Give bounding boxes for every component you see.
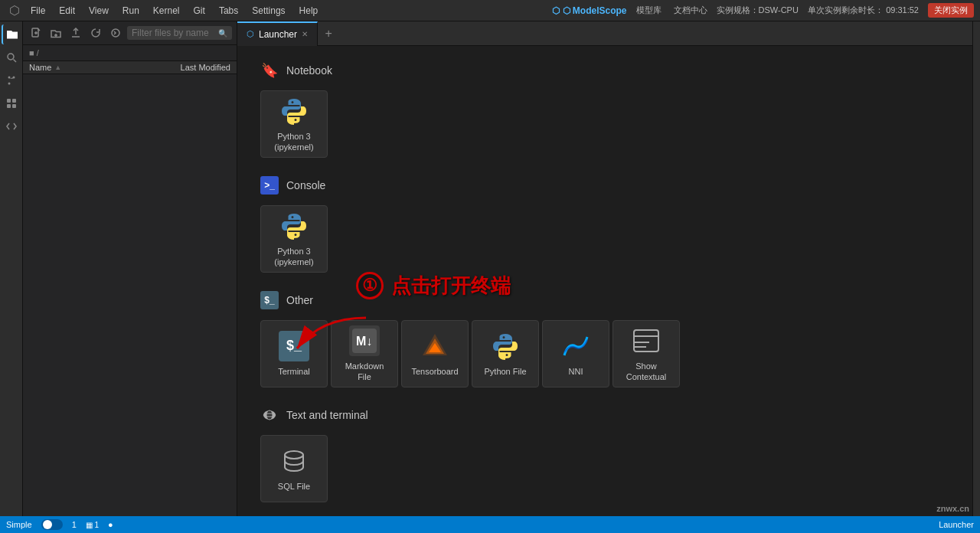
section-console-header: >_ Console [260, 176, 949, 195]
git-button[interactable] [107, 25, 124, 41]
file-header-name[interactable]: Name ▲ [29, 63, 181, 72]
svg-point-28 [266, 410, 273, 420]
search-container[interactable]: 🔍 [127, 26, 232, 40]
file-panel-toolbar: 🔍 [23, 21, 237, 45]
python3-notebook-label: Python 3 (ipykernel) [274, 131, 313, 153]
file-list [23, 74, 237, 516]
sql-file-label: SQL File [278, 481, 310, 492]
breadcrumb: ■ / [23, 45, 237, 61]
status-mode: Simple [6, 520, 32, 529]
svg-point-0 [8, 54, 14, 60]
search-input[interactable] [132, 28, 218, 38]
refresh-button[interactable] [87, 25, 104, 41]
python3-console-item[interactable]: Python 3 (ipykernel) [260, 205, 328, 273]
menu-view[interactable]: View [83, 4, 115, 18]
text-terminal-items-grid: SQL File [260, 435, 949, 502]
sidebar-git-icon[interactable] [2, 70, 21, 90]
svg-rect-7 [7, 104, 11, 108]
instance-info: 实例规格：DSW-CPU 单次实例剩余时长： 09:31:52 [717, 5, 919, 16]
python3-console-label: Python 3 (ipykernel) [274, 246, 313, 268]
svg-text:M↓: M↓ [356, 335, 372, 348]
launcher-content: 🔖 Notebook [237, 46, 972, 516]
python3-notebook-item[interactable]: Python 3 (ipykernel) [260, 90, 328, 158]
show-contextual-label: Show Contextual [626, 361, 667, 383]
menu-file[interactable]: File [24, 4, 51, 18]
menu-help[interactable]: Help [293, 4, 325, 18]
svg-rect-6 [12, 99, 16, 103]
python3-console-icon [279, 211, 309, 241]
python-file-icon [490, 331, 521, 361]
icon-sidebar [0, 21, 23, 516]
section-notebook: 🔖 Notebook [260, 61, 949, 158]
text-terminal-section-icon [260, 406, 279, 424]
sql-file-icon [279, 446, 309, 476]
right-resize-panel [972, 21, 980, 516]
new-folder-button[interactable] [47, 25, 64, 41]
status-toggle[interactable] [41, 519, 63, 530]
show-contextual-item[interactable]: Show Contextual [612, 320, 680, 387]
toggle-knob [43, 520, 52, 529]
notebook-section-icon: 🔖 [260, 61, 279, 80]
menu-bar: ⬡ File Edit View Run Kernel Git Tabs Set… [0, 0, 980, 21]
file-headers: Name ▲ Last Modified [23, 61, 237, 74]
menu-kernel[interactable]: Kernel [147, 4, 186, 18]
markdown-file-label: Markdown File [338, 361, 391, 383]
tensorboard-item[interactable]: Tensorboard [401, 320, 469, 387]
menu-edit[interactable]: Edit [53, 4, 81, 18]
other-items-grid: $_ Terminal Start a new terminal session [260, 320, 949, 387]
section-notebook-header: 🔖 Notebook [260, 61, 949, 80]
menu-run[interactable]: Run [116, 4, 145, 18]
top-right-links: 模型库 文档中心 [636, 5, 707, 16]
upload-button[interactable] [67, 25, 84, 41]
terminal-item[interactable]: $_ Terminal Start a new terminal session [260, 320, 328, 387]
sidebar-search-icon[interactable] [2, 47, 21, 67]
tensorboard-label: Tensorboard [411, 366, 458, 377]
file-header-modified[interactable]: Last Modified [181, 63, 230, 72]
svg-point-2 [8, 77, 10, 79]
markdown-file-item[interactable]: M↓ Markdown File [331, 320, 398, 387]
section-console: >_ Console Pyth [260, 176, 949, 273]
status-circle: ● [108, 520, 113, 529]
section-text-terminal-header: Text and terminal [260, 406, 949, 424]
app-icon: ⬡ [6, 2, 23, 19]
section-text-terminal: Text and terminal [260, 406, 949, 502]
notebook-items-grid: Python 3 (ipykernel) [260, 90, 949, 158]
link-docs[interactable]: 文档中心 [674, 5, 707, 16]
menu-tabs[interactable]: Tabs [213, 4, 244, 18]
python-file-item[interactable]: Python File [472, 320, 539, 387]
sidebar-code-icon[interactable] [2, 116, 21, 136]
new-file-button[interactable] [28, 25, 44, 41]
other-section-icon: $_ [260, 291, 279, 309]
tab-launcher[interactable]: ⬡ Launcher ✕ [237, 21, 318, 46]
close-instance-button[interactable]: 关闭实例 [928, 3, 974, 18]
python-file-label: Python File [484, 366, 526, 377]
sidebar-files-icon[interactable] [2, 25, 21, 44]
search-icon: 🔍 [218, 29, 227, 38]
terminal-item-label: Terminal [278, 366, 310, 377]
tab-add-button[interactable]: + [318, 21, 339, 46]
status-launcher-label: Launcher [939, 520, 974, 529]
menu-git[interactable]: Git [188, 4, 211, 18]
svg-point-4 [8, 83, 10, 85]
modelscope-logo: ⬡ ⬡ ModelScope [552, 5, 627, 16]
sidebar-extensions-icon[interactable] [2, 93, 21, 113]
link-model-lib[interactable]: 模型库 [636, 5, 662, 16]
svg-rect-8 [12, 104, 16, 108]
python3-notebook-icon [279, 96, 309, 126]
menu-settings[interactable]: Settings [246, 4, 291, 18]
watermark: znwx.cn [936, 504, 969, 513]
tab-launcher-icon: ⬡ [247, 29, 254, 39]
menu-bar-left: ⬡ File Edit View Run Kernel Git Tabs Set… [6, 2, 324, 19]
console-section-icon: >_ [260, 176, 279, 195]
section-other: $_ Other $_ Terminal Start a new termina… [260, 291, 949, 387]
markdown-icon: M↓ [349, 325, 380, 356]
svg-point-30 [285, 451, 303, 459]
tensorboard-icon [420, 331, 450, 361]
nni-item[interactable]: NNI [542, 320, 609, 387]
status-bar-left: Simple 1 ▦ 1 ● [6, 519, 113, 530]
status-line: 1 [72, 520, 77, 529]
sql-file-item[interactable]: SQL File [260, 435, 328, 502]
svg-rect-5 [7, 99, 11, 103]
contextual-icon [631, 325, 662, 356]
tab-close-button[interactable]: ✕ [302, 30, 308, 38]
